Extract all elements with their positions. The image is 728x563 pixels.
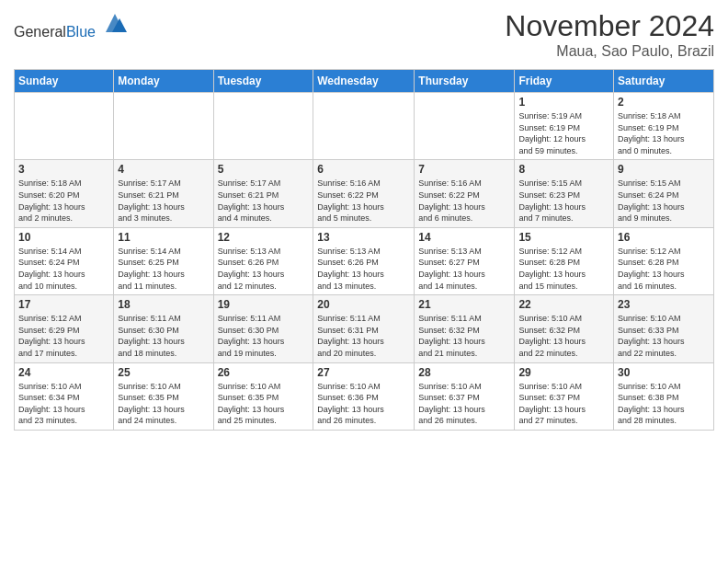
calendar-day-cell: [15, 93, 114, 160]
calendar-day-cell: 7Sunrise: 5:16 AM Sunset: 6:22 PM Daylig…: [415, 160, 515, 227]
day-number: 24: [18, 366, 109, 379]
day-detail: Sunrise: 5:13 AM Sunset: 6:26 PM Dayligh…: [218, 246, 310, 292]
day-number: 29: [518, 366, 609, 379]
day-number: 11: [118, 231, 209, 244]
day-number: 30: [618, 366, 710, 379]
day-number: 20: [317, 298, 410, 311]
calendar-day-cell: 4Sunrise: 5:17 AM Sunset: 6:21 PM Daylig…: [114, 160, 213, 227]
day-detail: Sunrise: 5:10 AM Sunset: 6:37 PM Dayligh…: [418, 381, 510, 427]
day-detail: Sunrise: 5:18 AM Sunset: 6:19 PM Dayligh…: [618, 110, 710, 156]
day-number: 13: [317, 231, 410, 244]
month-title: November 2024: [505, 9, 714, 43]
calendar-day-cell: 30Sunrise: 5:10 AM Sunset: 6:38 PM Dayli…: [614, 362, 714, 430]
weekday-header: Saturday: [614, 70, 714, 93]
day-detail: Sunrise: 5:12 AM Sunset: 6:29 PM Dayligh…: [18, 313, 109, 359]
calendar-week-row: 10Sunrise: 5:14 AM Sunset: 6:24 PM Dayli…: [15, 227, 714, 294]
day-number: 1: [518, 96, 609, 109]
calendar-day-cell: 11Sunrise: 5:14 AM Sunset: 6:25 PM Dayli…: [114, 227, 213, 294]
day-detail: Sunrise: 5:11 AM Sunset: 6:31 PM Dayligh…: [317, 313, 410, 359]
day-number: 27: [317, 366, 410, 379]
day-detail: Sunrise: 5:19 AM Sunset: 6:19 PM Dayligh…: [518, 110, 609, 156]
day-detail: Sunrise: 5:12 AM Sunset: 6:28 PM Dayligh…: [518, 246, 609, 292]
day-detail: Sunrise: 5:10 AM Sunset: 6:36 PM Dayligh…: [317, 381, 410, 427]
title-section: November 2024 Maua, Sao Paulo, Brazil: [505, 9, 714, 60]
weekday-header: Wednesday: [313, 70, 415, 93]
calendar-day-cell: 13Sunrise: 5:13 AM Sunset: 6:26 PM Dayli…: [313, 227, 415, 294]
weekday-header-row: SundayMondayTuesdayWednesdayThursdayFrid…: [15, 70, 714, 93]
day-number: 10: [18, 231, 109, 244]
logo-blue-text: Blue: [66, 24, 96, 40]
day-detail: Sunrise: 5:11 AM Sunset: 6:30 PM Dayligh…: [218, 313, 310, 359]
calendar-day-cell: 17Sunrise: 5:12 AM Sunset: 6:29 PM Dayli…: [15, 295, 114, 362]
calendar-day-cell: 2Sunrise: 5:18 AM Sunset: 6:19 PM Daylig…: [614, 93, 714, 160]
calendar-week-row: 3Sunrise: 5:18 AM Sunset: 6:20 PM Daylig…: [15, 160, 714, 227]
calendar-day-cell: 3Sunrise: 5:18 AM Sunset: 6:20 PM Daylig…: [15, 160, 114, 227]
day-detail: Sunrise: 5:10 AM Sunset: 6:32 PM Dayligh…: [518, 313, 609, 359]
calendar-day-cell: 26Sunrise: 5:10 AM Sunset: 6:35 PM Dayli…: [213, 362, 313, 430]
calendar-day-cell: 20Sunrise: 5:11 AM Sunset: 6:31 PM Dayli…: [313, 295, 415, 362]
day-number: 2: [618, 96, 710, 109]
calendar-day-cell: [213, 93, 313, 160]
calendar-day-cell: 24Sunrise: 5:10 AM Sunset: 6:34 PM Dayli…: [15, 362, 114, 430]
calendar-day-cell: 8Sunrise: 5:15 AM Sunset: 6:23 PM Daylig…: [515, 160, 614, 227]
calendar-day-cell: 1Sunrise: 5:19 AM Sunset: 6:19 PM Daylig…: [515, 93, 614, 160]
calendar-day-cell: 12Sunrise: 5:13 AM Sunset: 6:26 PM Dayli…: [213, 227, 313, 294]
day-detail: Sunrise: 5:14 AM Sunset: 6:24 PM Dayligh…: [18, 246, 109, 292]
day-number: 9: [618, 163, 710, 176]
day-number: 18: [118, 298, 209, 311]
day-number: 22: [518, 298, 609, 311]
calendar-table: SundayMondayTuesdayWednesdayThursdayFrid…: [14, 69, 714, 431]
calendar-day-cell: 22Sunrise: 5:10 AM Sunset: 6:32 PM Dayli…: [515, 295, 614, 362]
calendar-day-cell: 28Sunrise: 5:10 AM Sunset: 6:37 PM Dayli…: [415, 362, 515, 430]
day-detail: Sunrise: 5:11 AM Sunset: 6:32 PM Dayligh…: [418, 313, 510, 359]
day-detail: Sunrise: 5:11 AM Sunset: 6:30 PM Dayligh…: [118, 313, 209, 359]
day-number: 3: [18, 163, 109, 176]
location: Maua, Sao Paulo, Brazil: [505, 43, 714, 60]
calendar-day-cell: 23Sunrise: 5:10 AM Sunset: 6:33 PM Dayli…: [614, 295, 714, 362]
calendar-day-cell: [415, 93, 515, 160]
calendar-day-cell: 19Sunrise: 5:11 AM Sunset: 6:30 PM Dayli…: [213, 295, 313, 362]
weekday-header: Friday: [515, 70, 614, 93]
calendar-week-row: 24Sunrise: 5:10 AM Sunset: 6:34 PM Dayli…: [15, 362, 714, 430]
day-number: 12: [218, 231, 310, 244]
day-number: 4: [118, 163, 209, 176]
day-detail: Sunrise: 5:10 AM Sunset: 6:38 PM Dayligh…: [618, 381, 710, 427]
day-detail: Sunrise: 5:16 AM Sunset: 6:22 PM Dayligh…: [418, 178, 510, 224]
day-number: 28: [418, 366, 510, 379]
calendar-day-cell: 21Sunrise: 5:11 AM Sunset: 6:32 PM Dayli…: [415, 295, 515, 362]
day-number: 5: [218, 163, 310, 176]
day-detail: Sunrise: 5:17 AM Sunset: 6:21 PM Dayligh…: [118, 178, 209, 224]
day-number: 6: [317, 163, 410, 176]
calendar-day-cell: 15Sunrise: 5:12 AM Sunset: 6:28 PM Dayli…: [515, 227, 614, 294]
day-number: 7: [418, 163, 510, 176]
day-detail: Sunrise: 5:10 AM Sunset: 6:37 PM Dayligh…: [518, 381, 609, 427]
day-number: 25: [118, 366, 209, 379]
calendar-day-cell: 6Sunrise: 5:16 AM Sunset: 6:22 PM Daylig…: [313, 160, 415, 227]
day-number: 19: [218, 298, 310, 311]
calendar-day-cell: 10Sunrise: 5:14 AM Sunset: 6:24 PM Dayli…: [15, 227, 114, 294]
day-detail: Sunrise: 5:10 AM Sunset: 6:34 PM Dayligh…: [18, 381, 109, 427]
weekday-header: Tuesday: [213, 70, 313, 93]
day-number: 15: [518, 231, 609, 244]
weekday-header: Sunday: [15, 70, 114, 93]
calendar-day-cell: 18Sunrise: 5:11 AM Sunset: 6:30 PM Dayli…: [114, 295, 213, 362]
day-number: 21: [418, 298, 510, 311]
day-detail: Sunrise: 5:18 AM Sunset: 6:20 PM Dayligh…: [18, 178, 109, 224]
calendar-page: GeneralBlue November 2024 Maua, Sao Paul…: [0, 0, 728, 440]
logo-general-text: General: [14, 24, 66, 40]
day-detail: Sunrise: 5:13 AM Sunset: 6:26 PM Dayligh…: [317, 246, 410, 292]
calendar-day-cell: 27Sunrise: 5:10 AM Sunset: 6:36 PM Dayli…: [313, 362, 415, 430]
day-detail: Sunrise: 5:10 AM Sunset: 6:35 PM Dayligh…: [218, 381, 310, 427]
calendar-day-cell: [313, 93, 415, 160]
weekday-header: Monday: [114, 70, 213, 93]
day-detail: Sunrise: 5:12 AM Sunset: 6:28 PM Dayligh…: [618, 246, 710, 292]
calendar-day-cell: 14Sunrise: 5:13 AM Sunset: 6:27 PM Dayli…: [415, 227, 515, 294]
day-number: 17: [18, 298, 109, 311]
day-detail: Sunrise: 5:14 AM Sunset: 6:25 PM Dayligh…: [118, 246, 209, 292]
header: GeneralBlue November 2024 Maua, Sao Paul…: [14, 9, 714, 60]
calendar-week-row: 17Sunrise: 5:12 AM Sunset: 6:29 PM Dayli…: [15, 295, 714, 362]
calendar-day-cell: 9Sunrise: 5:15 AM Sunset: 6:24 PM Daylig…: [614, 160, 714, 227]
day-detail: Sunrise: 5:17 AM Sunset: 6:21 PM Dayligh…: [218, 178, 310, 224]
calendar-day-cell: 5Sunrise: 5:17 AM Sunset: 6:21 PM Daylig…: [213, 160, 313, 227]
calendar-day-cell: 25Sunrise: 5:10 AM Sunset: 6:35 PM Dayli…: [114, 362, 213, 430]
